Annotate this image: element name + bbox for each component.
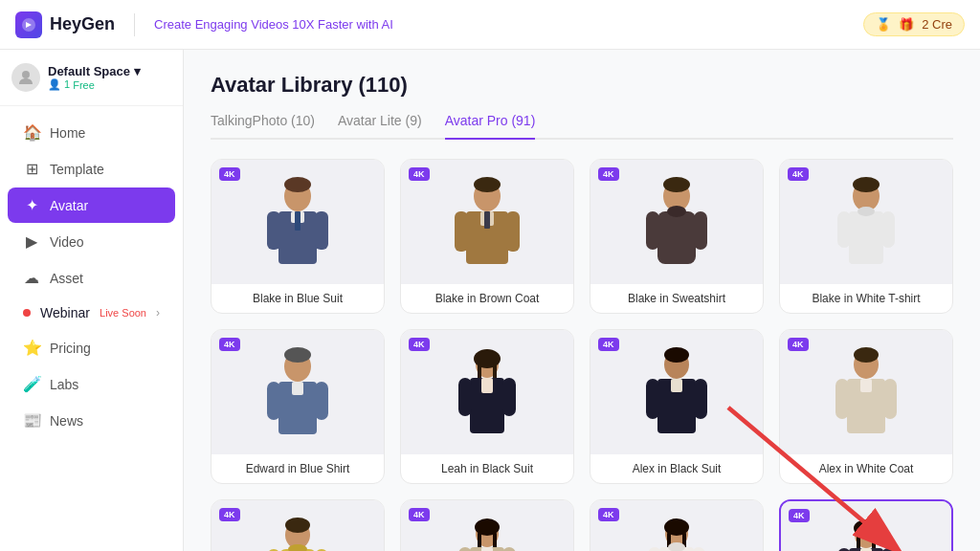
badge-4k-1: 4K — [219, 167, 240, 181]
sidebar-label-pricing: Pricing — [50, 341, 91, 356]
news-icon: 📰 — [23, 411, 40, 430]
credits-icon: 🏅 — [876, 17, 891, 32]
sidebar-item-labs[interactable]: 🧪 Labs — [8, 366, 175, 402]
workspace-area[interactable]: Default Space ▾ 👤 1 Free — [0, 50, 183, 106]
avatar-card-6[interactable]: 4K Leah in Black Suit — [400, 329, 574, 484]
avatar-img-11: 4K — [590, 500, 763, 551]
svg-rect-20 — [646, 211, 659, 250]
logo-area[interactable]: HeyGen — [15, 11, 115, 38]
home-icon: 🏠 — [23, 123, 40, 142]
avatar-img-9: 4K — [212, 500, 384, 551]
avatar-figure-8 — [828, 340, 904, 454]
avatar-figure-4 — [828, 169, 904, 284]
tab-talking-photo[interactable]: TalkingPhoto (10) — [211, 113, 315, 140]
sidebar-item-video[interactable]: ▶ Video — [8, 224, 175, 259]
avatar-card-8[interactable]: 4K Alex in White Coat — [779, 329, 953, 484]
svg-point-17 — [663, 177, 690, 192]
svg-rect-15 — [506, 211, 520, 252]
svg-rect-75 — [692, 547, 705, 551]
avatar-card-4[interactable]: 4K Blake in White T-shirt — [779, 159, 953, 314]
avatar-figure-5 — [259, 340, 336, 454]
webinar-label: Webinar — [40, 305, 90, 320]
svg-rect-51 — [860, 379, 872, 392]
svg-rect-33 — [315, 382, 328, 420]
svg-rect-39 — [481, 378, 493, 393]
sidebar-item-asset[interactable]: ☁ Asset — [8, 260, 175, 296]
svg-rect-14 — [455, 211, 468, 252]
avatar-card-3[interactable]: 4K Blake in Sweatshirt — [590, 159, 764, 314]
tab-avatar-lite[interactable]: Avatar Lite (9) — [338, 113, 422, 140]
webinar-badge: Live Soon — [100, 307, 146, 319]
avatar-card-10[interactable]: 4K Vera in Suit — [400, 499, 574, 551]
svg-rect-74 — [648, 547, 661, 551]
svg-rect-27 — [881, 211, 895, 248]
logo-icon — [15, 11, 42, 38]
avatar-card-2[interactable]: 4K Blake in Brown Coat — [400, 159, 574, 314]
avatar-label-5: Edward in Blue Shirt — [212, 454, 384, 483]
svg-rect-13 — [484, 211, 490, 229]
sidebar-item-webinar[interactable]: Webinar Live Soon › — [8, 297, 175, 329]
svg-rect-26 — [837, 211, 851, 248]
workspace-avatar-icon — [11, 63, 40, 92]
workspace-name: Default Space ▾ — [48, 64, 171, 78]
badge-4k-4: 4K — [788, 167, 809, 181]
sidebar-item-template[interactable]: ⊞ Template — [8, 151, 175, 187]
avatar-card-11[interactable]: 4K Vera in T-shirt — [590, 499, 764, 551]
workspace-chevron: ▾ — [134, 64, 141, 78]
avatar-figure-10 — [449, 510, 525, 551]
avatar-tabs: TalkingPhoto (10) Avatar Lite (9) Avatar… — [211, 113, 953, 140]
badge-4k-10: 4K — [409, 508, 430, 521]
credits-area[interactable]: 🏅 🎁 2 Cre — [863, 12, 965, 36]
avatar-grid: 4K — [211, 159, 953, 551]
main-layout: Default Space ▾ 👤 1 Free 🏠 Home ⊞ Templa… — [0, 50, 980, 551]
asset-icon: ☁ — [23, 269, 40, 287]
avatar-label-8: Alex in White Coat — [780, 454, 952, 483]
badge-4k-8: 4K — [788, 338, 809, 351]
avatar-label-3: Blake in Sweatshirt — [590, 284, 763, 313]
avatar-figure-7 — [638, 340, 715, 454]
svg-point-23 — [853, 177, 880, 192]
sidebar-label-home: Home — [50, 125, 85, 141]
svg-rect-41 — [502, 378, 516, 416]
svg-rect-7 — [267, 211, 280, 250]
avatar-card-12[interactable]: 4K Vera in Jacket — [779, 499, 953, 551]
svg-rect-66 — [458, 547, 472, 551]
video-icon: ▶ — [23, 232, 40, 251]
gift-icon: 🎁 — [899, 17, 914, 32]
svg-point-1 — [22, 71, 30, 78]
svg-rect-47 — [694, 379, 707, 419]
avatar-label-7: Alex in Black Suit — [590, 454, 763, 483]
avatar-card-1[interactable]: 4K — [211, 159, 385, 314]
sidebar-label-video: Video — [50, 234, 84, 250]
nav-divider — [134, 13, 135, 36]
sidebar-item-pricing[interactable]: ⭐ Pricing — [8, 330, 175, 365]
workspace-info: Default Space ▾ 👤 1 Free — [48, 64, 171, 91]
sidebar-item-news[interactable]: 📰 News — [8, 403, 175, 438]
sidebar-navigation: 🏠 Home ⊞ Template ✦ Avatar ▶ Video ☁ Ass… — [0, 106, 183, 543]
sidebar-item-avatar[interactable]: ✦ Avatar — [8, 187, 175, 223]
badge-4k-12: 4K — [789, 509, 810, 522]
avatar-card-5[interactable]: 4K Edward in Blue Shirt — [211, 329, 385, 484]
avatar-icon: ✦ — [23, 196, 40, 214]
tab-avatar-pro[interactable]: Avatar Pro (91) — [445, 113, 536, 140]
sidebar-item-home[interactable]: 🏠 Home — [8, 115, 175, 150]
webinar-live-dot — [23, 309, 31, 317]
sidebar-label-news: News — [50, 413, 83, 429]
nav-tagline: Create Engaging Videos 10X Faster with A… — [154, 17, 393, 32]
avatar-figure-12 — [828, 511, 904, 551]
svg-rect-65 — [481, 547, 493, 551]
svg-rect-6 — [295, 211, 301, 231]
svg-point-10 — [474, 177, 501, 192]
avatar-img-3: 4K — [590, 160, 763, 284]
pricing-icon: ⭐ — [23, 339, 40, 357]
svg-rect-8 — [315, 211, 328, 250]
workspace-plan: 👤 1 Free — [48, 78, 171, 91]
avatar-img-6: 4K — [401, 330, 573, 454]
avatar-card-9[interactable]: 4K Alex in Yellow Sweater — [211, 499, 385, 551]
avatar-label-4: Blake in White T-shirt — [780, 284, 952, 313]
svg-rect-24 — [849, 211, 883, 264]
svg-rect-32 — [267, 382, 280, 420]
avatar-figure-11 — [638, 510, 715, 551]
badge-4k-3: 4K — [598, 167, 619, 181]
avatar-card-7[interactable]: 4K Alex in Black Suit — [590, 329, 764, 484]
